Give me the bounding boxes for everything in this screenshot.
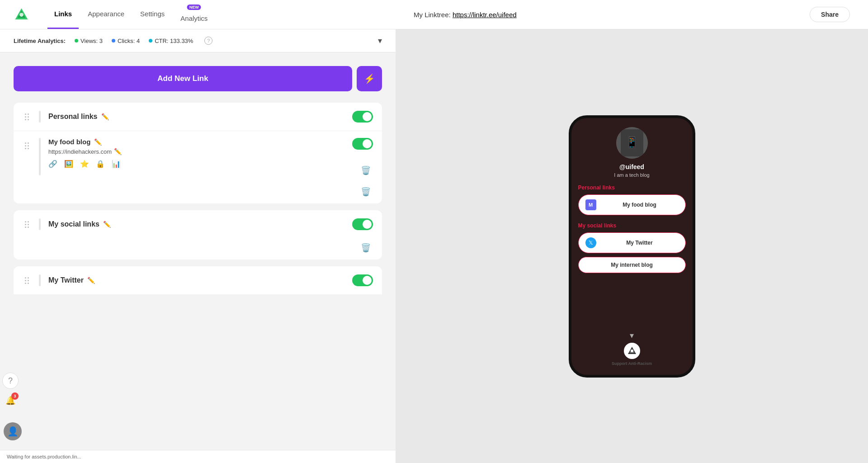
- personal-links-delete-icon[interactable]: 🗑️: [361, 187, 371, 197]
- link-icon-2[interactable]: 🖼️: [64, 160, 73, 168]
- phone-screen: 📱 @uifeed I am a tech blog Personal link…: [571, 118, 693, 375]
- phone-twitter-label: My Twitter: [601, 240, 679, 246]
- edit-personal-title-icon[interactable]: ✏️: [101, 113, 109, 120]
- toggle-knob: [363, 112, 372, 121]
- drag-handle-personal[interactable]: [23, 111, 31, 123]
- personal-links-title: Personal links ✏️: [48, 113, 347, 121]
- phone-food-blog-label: My food blog: [601, 202, 679, 208]
- phone-section-personal: Personal links: [578, 184, 615, 191]
- phone-internet-blog-label: My internet blog: [585, 262, 679, 268]
- right-header: My Linktree: https://linktr.ee/uifeed Sh…: [396, 0, 868, 29]
- social-links-footer: 🗑️: [14, 238, 382, 260]
- drag-handle-social[interactable]: [23, 219, 31, 230]
- social-links-header: My social links ✏️: [14, 210, 382, 238]
- social-links-toggle[interactable]: [352, 218, 373, 230]
- phone-profile-avatar: 📱: [616, 127, 648, 159]
- food-blog-link-item: My food blog ✏️ https://indiehackers.com…: [14, 131, 382, 182]
- personal-links-group: Personal links ✏️: [14, 103, 382, 203]
- social-links-title: My social links ✏️: [48, 220, 347, 228]
- phone-twitter-btn[interactable]: 𝕏 My Twitter: [578, 232, 686, 253]
- lightning-button[interactable]: ⚡: [357, 66, 382, 91]
- social-links-group: My social links ✏️ 🗑️: [14, 210, 382, 260]
- lightning-icon: ⚡: [364, 73, 375, 84]
- ctr-stat: CTR: 133.33%: [149, 38, 193, 44]
- sidebar-icons: ? 🔔 3: [2, 373, 19, 409]
- analytics-bar: Lifetime Analytics: Views: 3 Clicks: 4 C…: [0, 29, 396, 52]
- phone-bottom-text: Support Anti-Racism: [612, 361, 652, 366]
- views-dot: [75, 39, 78, 43]
- edit-twitter-title-icon[interactable]: ✏️: [87, 277, 95, 284]
- food-blog-delete-icon[interactable]: 🗑️: [361, 165, 371, 175]
- edit-social-title-icon[interactable]: ✏️: [103, 221, 111, 228]
- right-panel: My Linktree: https://linktr.ee/uifeed Sh…: [396, 0, 868, 463]
- linktree-url-label: My Linktree: https://linktr.ee/uifeed: [414, 11, 517, 19]
- wm-icon: M: [585, 199, 596, 210]
- tab-appearance[interactable]: Appearance: [81, 0, 131, 29]
- link-icon-3[interactable]: ⭐: [80, 160, 89, 168]
- main-content: Add New Link ⚡ Personal links ✏️: [0, 52, 396, 463]
- edit-food-blog-icon[interactable]: ✏️: [94, 138, 102, 146]
- twitter-group-header: My Twitter ✏️: [14, 266, 382, 294]
- status-bar: Waiting for assets.production.lin...: [0, 450, 396, 463]
- analytics-chevron[interactable]: ▾: [378, 36, 382, 46]
- views-stat: Views: 3: [75, 38, 103, 44]
- twitter-icon: 𝕏: [585, 237, 596, 248]
- phone-username: @uifeed: [619, 163, 644, 170]
- bell-icon[interactable]: 🔔 3: [2, 392, 19, 409]
- phone-food-blog-btn[interactable]: M My food blog: [578, 194, 686, 215]
- phone-bottom-section: ▾ Support Anti-Racism: [578, 324, 686, 366]
- ctr-dot: [149, 39, 152, 43]
- food-blog-toggle[interactable]: [352, 138, 373, 150]
- new-badge: NEW: [187, 5, 201, 10]
- tab-links[interactable]: Links: [47, 0, 79, 29]
- share-button[interactable]: Share: [810, 7, 850, 22]
- user-avatar[interactable]: 👤: [4, 422, 22, 440]
- link-actions: 🔗 🖼️ ⭐ 🔒 📊: [48, 160, 347, 168]
- phone-internet-blog-btn[interactable]: My internet blog: [578, 257, 686, 273]
- personal-links-toggle[interactable]: [352, 111, 373, 123]
- clicks-dot: [112, 39, 115, 43]
- phone-frame: 📱 @uifeed I am a tech blog Personal link…: [569, 115, 695, 378]
- personal-links-footer: 🗑️: [14, 182, 382, 203]
- help-icon[interactable]: ?: [204, 37, 212, 45]
- food-blog-title: My food blog: [48, 138, 90, 146]
- main-header: Links Appearance Settings NEW Analytics: [0, 0, 396, 29]
- drag-handle-twitter[interactable]: [23, 275, 31, 286]
- food-blog-url: https://indiehackers.com ✏️: [48, 148, 347, 155]
- analytics-label: Lifetime Analytics:: [14, 38, 66, 44]
- add-link-button[interactable]: Add New Link: [14, 66, 352, 91]
- twitter-group: My Twitter ✏️: [14, 266, 382, 294]
- phone-chevron-down: ▾: [630, 331, 634, 340]
- notification-badge: 3: [11, 392, 19, 400]
- social-links-delete-icon[interactable]: 🗑️: [361, 243, 371, 253]
- twitter-toggle[interactable]: [352, 274, 373, 286]
- phone-bio: I am a tech blog: [614, 172, 649, 178]
- svg-point-2: [19, 13, 24, 17]
- nav-tabs: Links Appearance Settings NEW Analytics: [47, 0, 214, 29]
- linktree-url-link[interactable]: https://linktr.ee/uifeed: [453, 11, 517, 19]
- tab-analytics[interactable]: NEW Analytics: [174, 0, 214, 29]
- phone-section-social: My social links: [578, 222, 617, 229]
- chat-icon[interactable]: ?: [2, 373, 19, 389]
- logo-icon[interactable]: [14, 7, 29, 23]
- drag-handle-food-blog[interactable]: [23, 140, 31, 151]
- add-link-row: Add New Link ⚡: [14, 66, 382, 91]
- tab-settings[interactable]: Settings: [133, 0, 171, 29]
- link-icon-1[interactable]: 🔗: [48, 160, 57, 168]
- edit-url-icon[interactable]: ✏️: [114, 148, 122, 155]
- link-icon-4[interactable]: 🔒: [96, 160, 105, 168]
- anti-racism-icon[interactable]: [624, 343, 640, 359]
- clicks-stat: Clicks: 4: [112, 38, 140, 44]
- link-icon-5[interactable]: 📊: [112, 160, 121, 168]
- twitter-group-title: My Twitter ✏️: [48, 276, 347, 284]
- personal-links-header: Personal links ✏️: [14, 103, 382, 131]
- phone-preview-area: 📱 @uifeed I am a tech blog Personal link…: [396, 29, 868, 463]
- svg-text:📱: 📱: [625, 136, 639, 149]
- svg-point-8: [631, 350, 633, 352]
